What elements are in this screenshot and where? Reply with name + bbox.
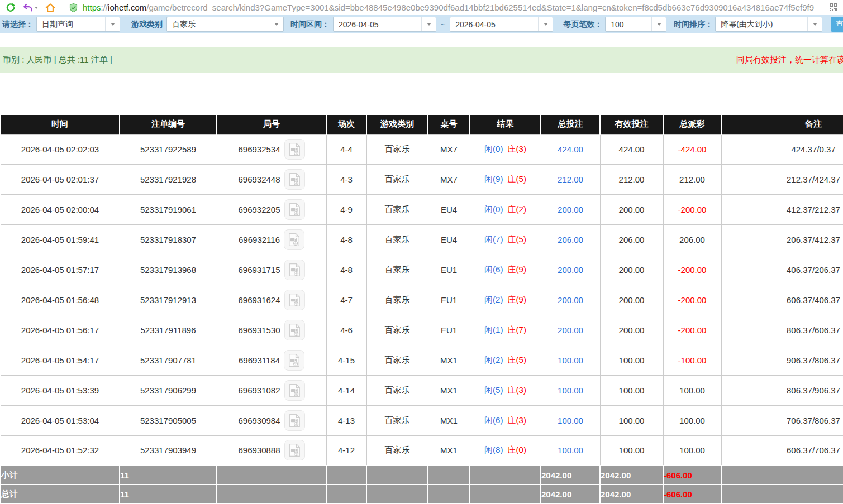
subtotal-count: 11 xyxy=(120,465,217,484)
cell-session: 4-4 xyxy=(326,134,366,164)
total-bet-link[interactable]: 424.00 xyxy=(558,145,583,154)
video-replay-button[interactable] xyxy=(284,410,305,431)
game-type-select[interactable]: 百家乐 xyxy=(166,17,284,32)
video-replay-button[interactable] xyxy=(284,229,304,250)
column-header-7: 总投注 xyxy=(541,115,600,134)
cell-total-bet: 100.00 xyxy=(541,435,600,465)
video-icon xyxy=(289,263,301,277)
round-number: 696931184 xyxy=(239,356,280,365)
total-bet-link[interactable]: 100.00 xyxy=(558,386,583,395)
video-replay-button[interactable] xyxy=(284,350,304,371)
cell-result: 闲(2) 庄(5) xyxy=(470,345,541,375)
cell-round: 696930888 xyxy=(217,435,326,465)
cell-round: 696932448 xyxy=(217,164,326,194)
undo-icon[interactable] xyxy=(23,3,38,12)
qr-code-icon[interactable] xyxy=(829,3,838,12)
cell-remark: 706.37/806.37 xyxy=(721,405,843,435)
undo-dropdown-caret-icon[interactable] xyxy=(35,7,38,9)
cell-valid-bet: 100.00 xyxy=(600,345,663,375)
cell-bet-id: 523317911896 xyxy=(120,315,217,345)
table-header-row: 时间注单编号局号场次游戏类别桌号结果总投注有效投注总派彩备注 xyxy=(1,115,843,134)
date-from-select[interactable]: 2026-04-05 xyxy=(333,17,436,32)
result-player: 闲(6) xyxy=(484,265,503,274)
cell-game: 百家乐 xyxy=(366,315,428,345)
result-player: 闲(5) xyxy=(484,385,503,395)
cell-round: 696932116 xyxy=(217,224,326,255)
subtotal-valid-bet: 2042.00 xyxy=(600,465,663,484)
sort-select[interactable]: 降幂(由大到小) xyxy=(715,17,822,32)
url-host: iohetf.com xyxy=(108,3,146,12)
refresh-icon[interactable] xyxy=(6,3,16,13)
url-separator: :// xyxy=(101,3,108,12)
grand-total-row: 总计 11 2042.00 2042.00 -606.00 xyxy=(1,484,843,503)
video-replay-button[interactable] xyxy=(284,320,305,340)
total-bet-link[interactable]: 100.00 xyxy=(558,445,583,455)
cell-round: 696931715 xyxy=(217,255,326,285)
total-bet-link[interactable]: 200.00 xyxy=(558,205,583,214)
round-number: 696930888 xyxy=(238,445,280,455)
cell-result: 闲(7) 庄(5) xyxy=(470,224,541,255)
cell-bet-id: 523317903949 xyxy=(120,435,217,465)
cell-valid-bet: 424.00 xyxy=(600,134,663,164)
round-number: 696930984 xyxy=(238,416,280,425)
table-row: 2026-04-05 01:52:32 523317903949 6969308… xyxy=(1,435,843,465)
video-replay-button[interactable] xyxy=(284,139,305,160)
result-player: 闲(0) xyxy=(484,144,503,153)
result-player: 闲(8) xyxy=(484,445,503,454)
cell-valid-bet: 100.00 xyxy=(600,435,663,465)
total-bet-link[interactable]: 200.00 xyxy=(558,295,583,305)
cell-remark: 412.37/212.37 xyxy=(721,194,843,224)
date-to-value: 2026-04-05 xyxy=(450,20,496,29)
cell-bet-id: 523317919061 xyxy=(120,194,217,224)
table-row: 2026-04-05 01:53:04 523317905005 6969309… xyxy=(1,405,843,435)
bet-records-table-wrap: 时间注单编号局号场次游戏类别桌号结果总投注有效投注总派彩备注 2026-04-0… xyxy=(0,115,843,504)
cell-round: 696931530 xyxy=(217,315,326,345)
cell-game: 百家乐 xyxy=(366,285,428,315)
result-player: 闲(2) xyxy=(484,295,503,304)
result-player: 闲(0) xyxy=(484,204,503,214)
cell-table: MX1 xyxy=(428,405,470,435)
url-bar[interactable]: https://iohetf.com/game/betrecord_search… xyxy=(83,3,820,12)
cell-bet-id: 523317912913 xyxy=(120,285,217,315)
bet-records-table: 时间注单编号局号场次游戏类别桌号结果总投注有效投注总派彩备注 2026-04-0… xyxy=(0,115,843,504)
cell-payout: 100.00 xyxy=(663,435,721,465)
cell-time: 2026-04-05 01:53:04 xyxy=(1,405,120,435)
video-replay-button[interactable] xyxy=(284,199,305,220)
video-replay-button[interactable] xyxy=(284,169,305,190)
total-bet-link[interactable]: 100.00 xyxy=(558,356,583,365)
query-type-select[interactable]: 日期查询 xyxy=(36,17,120,32)
cell-valid-bet: 100.00 xyxy=(600,405,663,435)
video-replay-button[interactable] xyxy=(284,260,305,280)
result-banker: 庄(9) xyxy=(508,265,526,274)
sort-label: 时间排序： xyxy=(674,20,713,30)
cell-result: 闲(8) 庄(0) xyxy=(470,435,541,465)
video-icon xyxy=(289,142,301,156)
total-bet-link[interactable]: 212.00 xyxy=(558,175,583,184)
cell-total-bet: 200.00 xyxy=(541,194,600,224)
total-bet-link[interactable]: 206.00 xyxy=(558,235,583,244)
grand-total-payout: -606.00 xyxy=(663,484,721,503)
total-bet-link[interactable]: 200.00 xyxy=(558,325,583,335)
page-size-label: 每页笔数： xyxy=(563,20,602,30)
chevron-down-icon xyxy=(538,17,553,31)
search-button[interactable]: 查询 xyxy=(831,17,843,32)
cell-valid-bet: 200.00 xyxy=(600,315,663,345)
subtotal-row: 小计 11 2042.00 2042.00 -606.00 xyxy=(1,465,843,484)
cell-bet-id: 523317907781 xyxy=(120,345,217,375)
cell-round: 696930984 xyxy=(217,405,326,435)
cell-session: 4-13 xyxy=(326,405,366,435)
video-replay-button[interactable] xyxy=(284,380,305,401)
subtotal-total-bet: 2042.00 xyxy=(541,465,600,484)
total-bet-link[interactable]: 100.00 xyxy=(558,416,583,425)
shield-icon[interactable] xyxy=(69,3,78,13)
video-replay-button[interactable] xyxy=(284,290,305,310)
cell-payout: 212.00 xyxy=(663,164,721,194)
video-replay-button[interactable] xyxy=(284,440,305,460)
page-size-select[interactable]: 100 xyxy=(605,17,666,32)
column-header-3: 场次 xyxy=(326,115,366,134)
total-bet-link[interactable]: 200.00 xyxy=(558,265,583,275)
cell-remark: 406.37/206.37 xyxy=(721,255,843,285)
cell-session: 4-14 xyxy=(326,375,366,405)
date-to-select[interactable]: 2026-04-05 xyxy=(450,17,553,32)
home-icon[interactable] xyxy=(45,3,55,13)
